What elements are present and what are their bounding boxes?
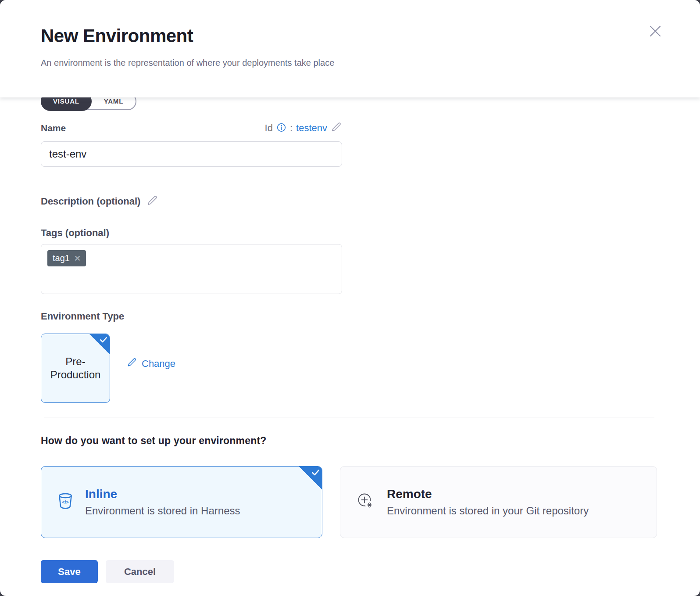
inline-option-title: Inline xyxy=(85,487,240,501)
name-input[interactable] xyxy=(41,141,342,167)
description-label: Description (optional) xyxy=(41,196,140,207)
check-icon xyxy=(100,337,107,343)
change-label: Change xyxy=(142,358,175,370)
description-row: Description (optional) xyxy=(41,195,700,208)
page-subtitle: An environment is the representation of … xyxy=(41,58,665,68)
id-value[interactable]: testenv xyxy=(296,122,327,134)
tag-remove-button[interactable]: ✕ xyxy=(74,255,81,262)
name-label: Name xyxy=(41,123,66,133)
check-icon xyxy=(312,470,319,476)
close-icon xyxy=(648,24,663,40)
remote-option-card[interactable]: Remote Environment is stored in your Git… xyxy=(340,466,657,538)
dialog-header: New Environment An environment is the re… xyxy=(0,0,700,97)
environment-type-label: Environment Type xyxy=(41,311,700,322)
pre-production-card[interactable]: Pre-Production xyxy=(41,334,110,403)
dialog-body: VISUAL YAML Name Id : testenv xyxy=(0,97,700,596)
name-row: Name Id : testenv xyxy=(41,122,342,134)
tag-chip: tag1 ✕ xyxy=(47,250,86,266)
edit-id-button[interactable] xyxy=(331,122,342,134)
selected-check-badge xyxy=(299,467,322,489)
id-info-button[interactable] xyxy=(276,122,286,134)
inline-option-description: Environment is stored in Harness xyxy=(85,505,240,517)
id-row: Id : testenv xyxy=(265,122,342,134)
new-environment-dialog: New Environment An environment is the re… xyxy=(0,0,700,596)
remote-option-text: Remote Environment is stored in your Git… xyxy=(387,487,589,517)
close-button[interactable] xyxy=(646,23,664,40)
environment-type-row: Pre-Production Change xyxy=(41,334,700,403)
edit-description-button[interactable] xyxy=(146,195,158,208)
remote-git-icon xyxy=(356,492,375,513)
inline-option-text: Inline Environment is stored in Harness xyxy=(85,487,240,517)
setup-options: </> Inline Environment is stored in Harn… xyxy=(41,466,700,538)
save-button[interactable]: Save xyxy=(41,560,98,583)
pencil-icon xyxy=(331,122,342,134)
pre-production-label: Pre-Production xyxy=(50,355,101,381)
tags-input[interactable]: tag1 ✕ xyxy=(41,244,342,294)
info-icon xyxy=(276,122,286,134)
selected-check-badge xyxy=(89,334,110,354)
section-divider xyxy=(44,417,654,417)
cancel-button[interactable]: Cancel xyxy=(106,560,174,583)
inline-option-card[interactable]: </> Inline Environment is stored in Harn… xyxy=(41,466,322,538)
remote-option-title: Remote xyxy=(387,487,589,501)
id-separator: : xyxy=(290,122,293,134)
id-label: Id xyxy=(265,122,273,134)
tag-chip-text: tag1 xyxy=(53,253,70,263)
dialog-actions: Save Cancel xyxy=(41,560,700,596)
change-environment-type-button[interactable]: Change xyxy=(127,357,175,370)
pencil-icon xyxy=(146,195,158,208)
page-title: New Environment xyxy=(41,25,665,47)
remote-option-description: Environment is stored in your Git reposi… xyxy=(387,505,589,517)
inline-store-icon: </> xyxy=(57,492,74,512)
pencil-icon xyxy=(127,357,137,370)
setup-question: How do you want to set up your environme… xyxy=(41,435,700,447)
tags-label: Tags (optional) xyxy=(41,227,700,239)
svg-text:</>: </> xyxy=(62,500,68,505)
